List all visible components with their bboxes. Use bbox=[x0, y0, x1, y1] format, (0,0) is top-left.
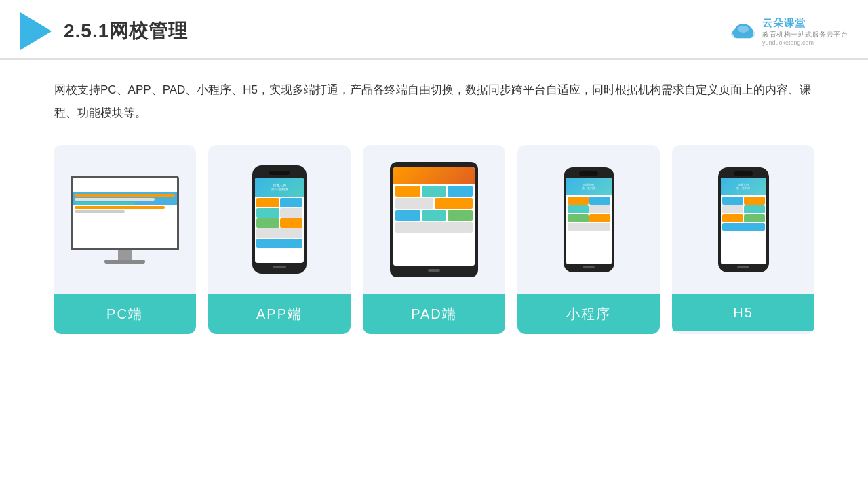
tablet-device-mock bbox=[390, 162, 478, 277]
mini-phone-screen-h5: 职通人的第一堂判课 bbox=[721, 178, 766, 264]
phone-row-2 bbox=[256, 208, 302, 218]
card-app-image: 职通人的第一堂判课 bbox=[208, 145, 351, 294]
mini-phone-screen-miniapp: 职通人的第一堂判课 bbox=[566, 178, 612, 264]
mini-phone-top-text-h5: 职通人的第一堂判课 bbox=[736, 183, 750, 190]
svg-rect-6 bbox=[734, 33, 753, 38]
mini-h5-row-4 bbox=[722, 223, 765, 231]
mini-phone-home-btn-h5 bbox=[737, 266, 749, 268]
mini-phone-top-h5: 职通人的第一堂判课 bbox=[721, 178, 766, 195]
tablet-row-1 bbox=[395, 186, 473, 197]
card-miniapp: 职通人的第一堂判课 bbox=[517, 145, 660, 334]
tablet-screen-top bbox=[393, 167, 475, 184]
phone-device-mock-app: 职通人的第一堂判课 bbox=[252, 165, 307, 274]
pc-device-mock bbox=[71, 176, 179, 264]
mini-tile-4 bbox=[589, 205, 610, 214]
header: 2.5.1网校管理 云朵课堂 教育机构一站式服务云平台 yunduoketang… bbox=[0, 0, 868, 60]
pc-bar-1 bbox=[75, 194, 175, 197]
mini-row-2 bbox=[568, 205, 610, 214]
brand-name: 云朵课堂 bbox=[762, 17, 848, 30]
page-title: 2.5.1网校管理 bbox=[64, 18, 188, 44]
phone-screen-body-app bbox=[255, 197, 304, 250]
mini-phone-notch-h5 bbox=[734, 171, 753, 176]
pc-screen-inner bbox=[73, 192, 177, 250]
mini-h5-row-3 bbox=[722, 214, 765, 222]
phone-tile-5 bbox=[256, 218, 279, 228]
pc-stand-base bbox=[104, 260, 145, 264]
mini-phone-top-miniapp: 职通人的第一堂判课 bbox=[566, 178, 612, 195]
brand-tagline: 教育机构一站式服务云平台 bbox=[762, 30, 848, 39]
mini-h5-tile-3 bbox=[722, 205, 743, 214]
pc-bar-4 bbox=[75, 206, 165, 209]
phone-row-4 bbox=[256, 228, 302, 238]
svg-point-7 bbox=[738, 26, 749, 33]
description-text: 网校支持PC、APP、PAD、小程序、H5，实现多端打通，产品各终端自由切换，数… bbox=[0, 60, 868, 131]
card-pc: PC端 bbox=[54, 145, 196, 334]
mini-h5-row-2 bbox=[722, 205, 765, 214]
mini-h5-tile-2 bbox=[744, 197, 765, 205]
phone-screen-app: 职通人的第一堂判课 bbox=[255, 178, 304, 263]
tablet-tile-6 bbox=[395, 210, 420, 221]
mini-h5-tile-1 bbox=[722, 197, 743, 205]
tablet-tile-7 bbox=[422, 210, 447, 221]
mini-h5-row-1 bbox=[722, 197, 765, 205]
tablet-tile-3 bbox=[448, 186, 473, 197]
mini-tile-1 bbox=[568, 197, 589, 205]
card-pad: PAD端 bbox=[363, 145, 505, 334]
phone-tile-6 bbox=[280, 218, 303, 228]
card-pad-label: PAD端 bbox=[363, 294, 505, 334]
phone-notch-app bbox=[269, 171, 290, 175]
description-paragraph: 网校支持PC、APP、PAD、小程序、H5，实现多端打通，产品各终端自由切换，数… bbox=[54, 79, 814, 125]
brand-name-text: 云朵课堂 教育机构一站式服务云平台 yunduoketang.com bbox=[762, 17, 848, 46]
phone-home-btn-app bbox=[273, 266, 286, 268]
phone-row-5 bbox=[256, 239, 302, 248]
pc-bar-3 bbox=[75, 202, 135, 205]
mini-phone-body-h5 bbox=[721, 195, 766, 233]
mini-phone-mock-miniapp: 职通人的第一堂判课 bbox=[564, 167, 614, 272]
phone-tile-8 bbox=[256, 239, 302, 248]
card-miniapp-image: 职通人的第一堂判课 bbox=[517, 145, 660, 294]
mini-tile-7 bbox=[568, 223, 610, 231]
phone-tile-1 bbox=[256, 198, 279, 207]
tablet-tile-2 bbox=[422, 186, 447, 197]
tablet-screen bbox=[393, 167, 475, 266]
card-h5: 职通人的第一堂判课 bbox=[672, 145, 814, 334]
header-left: 2.5.1网校管理 bbox=[20, 12, 188, 50]
tablet-screen-body bbox=[393, 184, 475, 237]
phone-tile-4 bbox=[280, 208, 303, 218]
phone-row-3 bbox=[256, 218, 302, 228]
phone-screen-top-app: 职通人的第一堂判课 bbox=[255, 178, 304, 197]
card-pc-label: PC端 bbox=[54, 294, 196, 334]
card-h5-image: 职通人的第一堂判课 bbox=[672, 145, 814, 294]
mini-phone-body-miniapp bbox=[566, 195, 612, 233]
tablet-row-2 bbox=[395, 198, 473, 209]
card-pc-image bbox=[54, 145, 196, 294]
tablet-tile-8 bbox=[448, 210, 473, 221]
tablet-tile-4 bbox=[395, 198, 433, 209]
phone-tile-3 bbox=[256, 208, 279, 218]
pc-screen bbox=[71, 176, 179, 250]
logo-triangle-icon bbox=[20, 12, 52, 50]
pc-stand-neck bbox=[118, 250, 132, 260]
mini-row-4 bbox=[568, 223, 610, 231]
cards-container: PC端 职通人的第一堂判课 bbox=[0, 131, 868, 334]
pc-bar-2 bbox=[75, 198, 155, 201]
tablet-row-3 bbox=[395, 210, 473, 221]
mini-tile-6 bbox=[589, 214, 610, 222]
mini-tile-3 bbox=[568, 205, 589, 214]
mini-phone-mock-h5: 职通人的第一堂判课 bbox=[718, 167, 769, 272]
mini-row-1 bbox=[568, 197, 610, 205]
mini-phone-top-text-miniapp: 职通人的第一堂判课 bbox=[582, 183, 595, 190]
card-app-label: APP端 bbox=[208, 294, 351, 334]
header-right: 云朵课堂 教育机构一站式服务云平台 yunduoketang.com bbox=[728, 17, 848, 46]
mini-row-3 bbox=[568, 214, 610, 222]
mini-tile-5 bbox=[568, 214, 589, 222]
mini-h5-tile-6 bbox=[744, 214, 765, 222]
card-h5-label: H5 bbox=[672, 294, 814, 331]
tablet-tile-1 bbox=[395, 186, 420, 197]
card-app: 职通人的第一堂判课 bbox=[208, 145, 351, 334]
mini-phone-notch-miniapp bbox=[579, 171, 598, 176]
mini-h5-tile-7 bbox=[722, 223, 765, 231]
card-miniapp-label: 小程序 bbox=[517, 294, 660, 334]
mini-tile-2 bbox=[589, 197, 610, 205]
pc-screen-content bbox=[73, 192, 177, 216]
